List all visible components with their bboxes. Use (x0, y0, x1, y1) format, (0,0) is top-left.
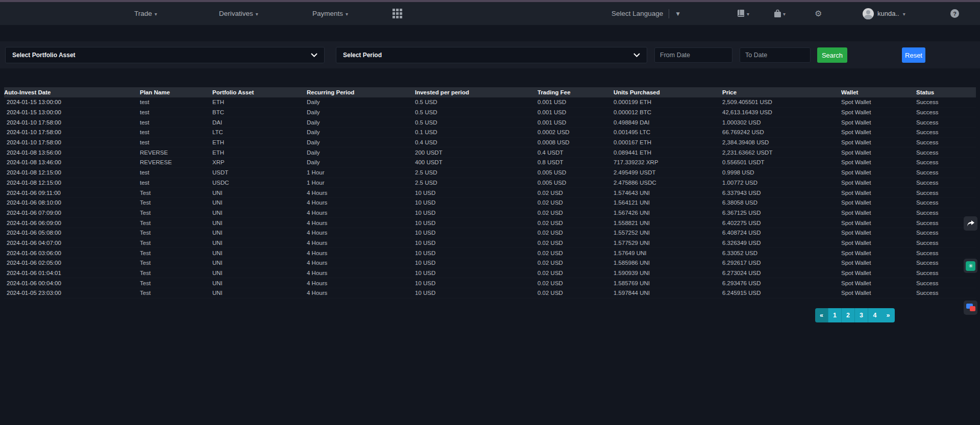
table-cell: Test (140, 210, 212, 216)
chat-widget-button[interactable] (964, 301, 977, 315)
table-cell: 1.590939 UNI (614, 270, 722, 276)
table-cell: 4 Hours (307, 270, 415, 276)
table-cell: 6.408724 USD (722, 230, 841, 236)
period-select-value: Select Period (343, 52, 382, 59)
table-cell: 10 USD (415, 290, 537, 296)
table-cell: Spot Wallet (841, 280, 916, 286)
reset-button[interactable]: Reset (902, 47, 925, 63)
table-cell: 0.02 USD (537, 220, 614, 226)
search-button[interactable]: Search (817, 47, 847, 63)
table-cell: 0.4 USD (415, 139, 537, 145)
table-row: 2024-01-15 13:00:00testBTCDaily0.5 USD0.… (4, 108, 976, 118)
table-cell: UNI (212, 240, 307, 246)
table-cell: Success (916, 290, 976, 296)
table-cell: UNI (212, 220, 307, 226)
table-cell: Spot Wallet (841, 149, 916, 156)
table-cell: 1 Hour (307, 169, 415, 176)
table-cell: 2024-01-06 04:07:00 (4, 240, 140, 246)
table-row: 2024-01-08 12:15:00testUSDC1 Hour2.5 USD… (4, 178, 976, 188)
table-cell: 0.001 USD (537, 119, 614, 126)
to-date-input[interactable] (740, 47, 811, 63)
table-cell: 10 USD (415, 210, 537, 216)
table-cell: 2024-01-05 23:03:00 (4, 290, 140, 296)
orders-book-menu[interactable]: ▾ (737, 2, 749, 25)
nav-menu-trade[interactable]: Trade ▾ (134, 2, 157, 25)
table-cell: Success (916, 250, 976, 256)
table-cell: 0.02 USD (537, 280, 614, 286)
table-cell: 2024-01-08 12:15:00 (4, 169, 140, 176)
table-row: 2024-01-05 23:03:00TestUNI4 Hours10 USD0… (4, 288, 976, 298)
table-cell: REVERSE (140, 149, 212, 156)
table-cell: UNI (212, 260, 307, 266)
table-row: 2024-01-06 05:08:00TestUNI4 Hours10 USD0… (4, 228, 976, 238)
column-header: Price (722, 89, 841, 95)
pagination-prev-button[interactable]: « (815, 308, 828, 322)
table-cell: Spot Wallet (841, 119, 916, 126)
table-cell: 10 USD (415, 270, 537, 276)
table-cell: 10 USD (415, 240, 537, 246)
apps-grid-icon[interactable] (393, 9, 402, 20)
table-cell: 1.567426 UNI (614, 210, 722, 216)
portfolio-asset-select[interactable]: Select Portfolio Asset (5, 47, 325, 63)
column-header: Invested per period (415, 89, 537, 95)
table-cell: 2,231.63662 USDT (722, 149, 841, 156)
gear-glyph: ⚙ (815, 9, 822, 18)
user-menu[interactable]: kunda.. ▾ (863, 2, 905, 25)
table-cell: Spot Wallet (841, 199, 916, 206)
table-cell: Daily (307, 119, 415, 126)
nav-menu-derivatives[interactable]: Derivatives ▾ (219, 2, 258, 25)
assistant-bot-icon: ✳ (966, 261, 975, 271)
page-button[interactable]: 1 (828, 308, 842, 322)
table-cell: 4 Hours (307, 230, 415, 236)
column-header: Portfolio Asset (212, 89, 307, 95)
table-cell: 1.574643 UNI (614, 190, 722, 196)
table-cell: 6.367125 USD (722, 210, 841, 216)
from-date-input[interactable] (654, 47, 732, 63)
table-cell: Spot Wallet (841, 139, 916, 145)
table-cell: test (140, 180, 212, 186)
table-cell: Spot Wallet (841, 240, 916, 246)
table-cell: 4 Hours (307, 280, 415, 286)
table-row: 2024-01-10 17:58:00testLTCDaily0.1 USD0.… (4, 128, 976, 138)
table-cell: Spot Wallet (841, 159, 916, 165)
table-cell: 0.0002 USD (537, 129, 614, 135)
chevron-down-icon: ▾ (256, 11, 258, 17)
table-cell: 6.33052 USD (722, 250, 841, 256)
table-cell: 1.57649 UNI (614, 250, 722, 256)
table-cell: UNI (212, 199, 307, 206)
help-icon[interactable]: ? (950, 9, 959, 18)
table-cell: 6.292617 USD (722, 260, 841, 266)
share-widget-button[interactable] (964, 216, 977, 231)
page-button[interactable]: 3 (855, 308, 868, 322)
assistant-widget-button[interactable]: ✳ (964, 259, 977, 273)
table-row: 2024-01-06 01:04:01TestUNI4 Hours10 USD0… (4, 268, 976, 279)
period-select[interactable]: Select Period (336, 47, 647, 63)
table-row: 2024-01-06 08:10:00TestUNI4 Hours10 USD0… (4, 198, 976, 208)
table-cell: DAI (212, 119, 307, 126)
table-cell: Test (140, 199, 212, 206)
table-cell: Success (916, 119, 976, 126)
navbar: Trade ▾ Derivatives ▾ Payments ▾ Select … (0, 2, 980, 25)
language-label: Select Language (611, 10, 663, 17)
nav-menu-payments[interactable]: Payments ▾ (312, 2, 348, 25)
table-cell: 2024-01-06 05:08:00 (4, 230, 140, 236)
table-cell: test (140, 109, 212, 115)
page-button[interactable]: 2 (842, 308, 855, 322)
page-button[interactable]: 4 (868, 308, 881, 322)
table-cell: 10 USD (415, 260, 537, 266)
table-cell: Daily (307, 159, 415, 165)
settings-gear-icon[interactable]: ⚙ (815, 2, 822, 25)
table-cell: test (140, 169, 212, 176)
chevron-down-icon: ▾ (346, 11, 348, 17)
language-selector[interactable]: Select Language ▼ (611, 2, 681, 25)
table-cell: 0.498849 DAI (614, 119, 722, 126)
table-cell: Success (916, 210, 976, 216)
table-cell: Success (916, 109, 976, 115)
wallet-bag-menu[interactable]: ▾ (774, 2, 786, 25)
table-cell: Daily (307, 149, 415, 156)
pagination-next-button[interactable]: » (881, 308, 895, 322)
table-cell: 0.000012 BTC (614, 109, 722, 115)
table-cell: 0.001 USD (537, 99, 614, 105)
table-cell: 0.005 USD (537, 180, 614, 186)
table-cell: XRP (212, 159, 307, 165)
